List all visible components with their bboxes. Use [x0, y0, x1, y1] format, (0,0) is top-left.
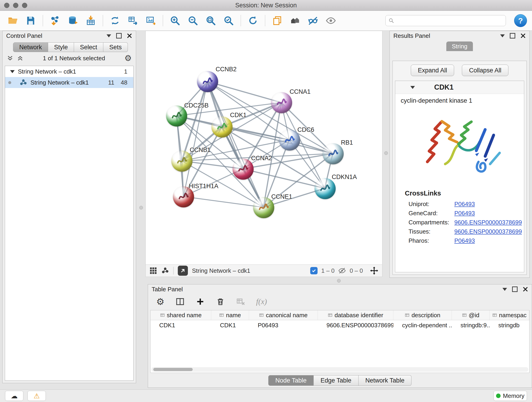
expand-all-button[interactable]: Expand All — [411, 65, 454, 76]
show-hide-button[interactable] — [323, 13, 339, 28]
gear-icon[interactable]: ⚙ — [124, 54, 132, 62]
birdseye-view-button[interactable] — [178, 266, 188, 276]
protein-card-header[interactable]: CDK1 — [395, 81, 524, 94]
network-node-CDC6[interactable] — [279, 129, 300, 151]
horizontal-scrollbar[interactable] — [152, 367, 528, 372]
cell-database-identifier[interactable]: 9606.ENSP00000378699 — [318, 320, 393, 330]
crosslink-link-compartments[interactable]: 9606.ENSP00000378699 — [454, 219, 524, 226]
zoom-fit-button[interactable] — [203, 13, 219, 28]
cloud-button[interactable]: ☁ — [5, 391, 23, 401]
open-session-button[interactable] — [5, 13, 21, 28]
network-canvas[interactable]: CCNB2CCNA1CDC25BCDK1CDC6RB1CCNB1CCNA2CDK… — [146, 31, 382, 265]
collapse-section-icon[interactable] — [410, 86, 415, 89]
export-image-button[interactable] — [143, 13, 158, 28]
panel-menu-icon[interactable] — [107, 34, 111, 37]
network-from-table-button[interactable] — [125, 13, 141, 28]
network-collection-row[interactable]: String Network – cdk1 1 — [5, 66, 133, 77]
zoom-out-button[interactable] — [185, 13, 201, 28]
tab-node-table[interactable]: Node Table — [268, 375, 314, 386]
search-input[interactable] — [397, 17, 503, 25]
tab-string[interactable]: String — [446, 41, 473, 51]
panel-close-icon[interactable] — [127, 33, 132, 38]
hide-graphics-details-button[interactable] — [305, 13, 321, 28]
import-network-file-button[interactable] — [47, 13, 63, 28]
tab-sets[interactable]: Sets — [103, 42, 128, 52]
clone-network-button[interactable] — [107, 13, 123, 28]
home-views-button[interactable] — [287, 13, 303, 28]
tab-style[interactable]: Style — [48, 42, 74, 52]
delete-table-icon[interactable] — [236, 297, 245, 306]
crosslink-link-uniprot[interactable]: P06493 — [454, 201, 524, 208]
zoom-selected-button[interactable] — [221, 13, 236, 28]
tab-network[interactable]: Network — [13, 42, 48, 52]
network-node-CCNB2[interactable] — [197, 71, 218, 92]
collapse-all-icon[interactable] — [7, 55, 13, 62]
warnings-button[interactable]: ⚠ — [27, 391, 46, 401]
duplicate-document-button[interactable] — [269, 13, 285, 28]
network-row[interactable]: String Network – cdk1 11 48 — [5, 77, 133, 88]
tree-expand-icon[interactable] — [10, 70, 15, 73]
network-node-CDKN1A[interactable] — [315, 178, 336, 199]
crosslink-link-tissues[interactable]: 9606.ENSP00000378699 — [454, 228, 524, 235]
crosslink-link-pharos[interactable]: P06493 — [454, 237, 524, 244]
cell-canonical-name[interactable]: P06493 — [249, 320, 318, 330]
network-edges[interactable] — [146, 31, 382, 264]
cell-description[interactable]: cyclin-dependent ... — [393, 320, 452, 330]
selected-items-icon[interactable] — [310, 267, 317, 274]
collapse-all-button[interactable]: Collapse All — [462, 65, 508, 76]
apply-layout-button[interactable] — [245, 13, 261, 28]
column-header[interactable]: @id — [452, 310, 490, 320]
pan-crosshair-icon[interactable] — [370, 266, 379, 275]
panel-float-icon[interactable] — [510, 33, 515, 38]
panel-float-icon[interactable] — [116, 33, 122, 38]
column-header[interactable]: database identifier — [318, 310, 393, 320]
table-row[interactable]: CDK1 CDK1 P06493 9606.ENSP00000378699 cy… — [151, 320, 529, 330]
network-node-CCNA2[interactable] — [233, 159, 254, 180]
panel-menu-icon[interactable] — [502, 288, 507, 291]
network-node-CDK1[interactable] — [211, 116, 233, 138]
column-header[interactable]: canonical name — [249, 310, 318, 320]
show-columns-icon[interactable] — [176, 297, 185, 306]
column-header[interactable]: description — [393, 310, 452, 320]
tab-select[interactable]: Select — [74, 42, 103, 52]
grid-view-icon[interactable] — [149, 267, 157, 274]
network-edge[interactable] — [207, 82, 281, 103]
splitter-handle[interactable] — [337, 279, 341, 283]
column-header[interactable]: namespac — [490, 310, 529, 320]
column-header[interactable]: shared name — [151, 310, 211, 320]
splitter-handle[interactable] — [139, 206, 143, 210]
cell-shared-name[interactable]: CDK1 — [151, 320, 211, 330]
network-view-icon[interactable] — [161, 267, 169, 274]
hidden-items-icon[interactable] — [338, 267, 346, 274]
minimize-window-button[interactable] — [13, 3, 18, 8]
crosslink-link-genecard[interactable]: P06493 — [454, 210, 524, 217]
splitter-handle[interactable] — [384, 151, 388, 155]
network-node-CCNA1[interactable] — [271, 92, 292, 113]
import-table-button[interactable] — [83, 13, 99, 28]
panel-float-icon[interactable] — [512, 287, 518, 292]
cell-namespace[interactable]: stringdb — [490, 320, 529, 330]
network-edge[interactable] — [184, 197, 264, 207]
panel-menu-icon[interactable] — [500, 34, 505, 37]
panel-close-icon[interactable] — [520, 33, 526, 38]
cell-name[interactable]: CDK1 — [211, 320, 249, 330]
panel-close-icon[interactable] — [523, 287, 528, 292]
function-builder-button[interactable]: f(x) — [256, 297, 267, 306]
column-header[interactable]: name — [211, 310, 249, 320]
network-edge[interactable] — [184, 82, 208, 197]
tab-network-table[interactable]: Network Table — [359, 375, 412, 386]
help-button[interactable]: ? — [514, 14, 527, 27]
delete-column-icon[interactable] — [216, 297, 225, 306]
tab-edge-table[interactable]: Edge Table — [314, 375, 359, 386]
import-network-database-button[interactable] — [65, 13, 81, 28]
cell-id[interactable]: stringdb:9... — [452, 320, 490, 330]
zoom-in-button[interactable] — [167, 13, 183, 28]
expand-all-icon[interactable] — [17, 55, 24, 62]
network-node-CCNB1[interactable] — [171, 151, 192, 172]
table-settings-icon[interactable]: ⚙ — [156, 297, 165, 306]
memory-button[interactable]: Memory — [494, 391, 527, 401]
scrollbar-thumb[interactable] — [153, 368, 193, 371]
close-window-button[interactable] — [4, 3, 9, 8]
add-column-icon[interactable] — [196, 297, 205, 306]
network-node-RB1[interactable] — [323, 143, 344, 164]
